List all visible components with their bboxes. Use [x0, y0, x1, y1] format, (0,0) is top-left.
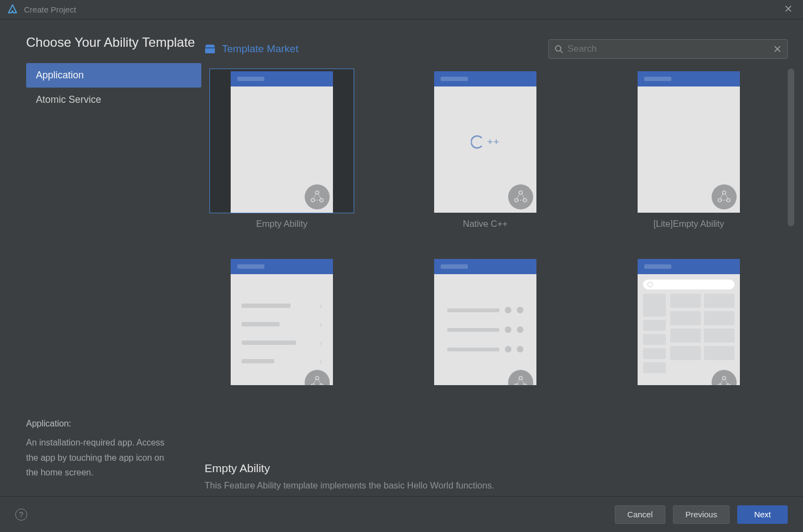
template-thumbnail: ++ — [413, 69, 558, 213]
template-search-grid[interactable] — [611, 249, 766, 393]
template-thumbnail: › › › › — [209, 249, 354, 393]
template-market-link[interactable]: Template Market — [205, 43, 298, 55]
svg-point-11 — [718, 199, 721, 202]
next-label: Next — [754, 510, 771, 519]
cancel-button[interactable]: Cancel — [615, 505, 665, 524]
distributed-badge-icon — [508, 184, 533, 209]
title-bar: Create Project — [0, 0, 803, 20]
selected-template-description: This Feature Ability template implements… — [205, 480, 781, 491]
template-label: Empty Ability — [256, 219, 307, 229]
search-input[interactable] — [567, 44, 773, 54]
svg-rect-1 — [205, 47, 215, 48]
selection-description: Empty Ability This Feature Ability templ… — [201, 451, 803, 496]
template-native-cpp[interactable]: ++ Native C++ — [408, 69, 563, 229]
category-desc-title: Application: — [26, 419, 201, 429]
search-box[interactable] — [548, 39, 788, 59]
sidebar: Choose Your Ability Template Application… — [0, 20, 201, 496]
svg-point-14 — [311, 384, 314, 385]
svg-point-2 — [555, 46, 561, 51]
cpp-icon: ++ — [471, 135, 499, 149]
page-heading: Choose Your Ability Template — [26, 35, 201, 50]
template-thumbnail — [413, 249, 558, 393]
svg-point-15 — [320, 384, 323, 385]
svg-line-3 — [560, 51, 563, 53]
main-panel: Template Market — [201, 20, 803, 496]
svg-point-5 — [311, 199, 314, 202]
template-thumbnail — [616, 69, 761, 213]
template-label: Native C++ — [463, 219, 508, 229]
svg-point-21 — [727, 384, 730, 385]
clear-search-icon[interactable] — [773, 45, 782, 54]
scrollbar-thumb[interactable] — [788, 69, 794, 226]
category-desc-body: An installation-required app. Access the… — [26, 435, 201, 480]
search-icon — [554, 45, 563, 53]
svg-point-17 — [515, 384, 518, 385]
category-label: Atomic Service — [36, 94, 101, 105]
svg-point-18 — [523, 384, 527, 385]
previous-button[interactable]: Previous — [673, 505, 730, 524]
svg-point-8 — [515, 199, 518, 202]
market-icon — [205, 44, 215, 54]
svg-point-12 — [727, 199, 730, 202]
scrollbar[interactable] — [788, 69, 794, 451]
distributed-badge-icon — [305, 184, 330, 209]
footer: ? Cancel Previous Next — [0, 496, 803, 532]
distributed-badge-icon — [712, 184, 737, 209]
close-icon[interactable] — [780, 3, 796, 17]
template-thumbnail — [209, 69, 354, 213]
category-label: Application — [36, 70, 84, 81]
template-lite-empty-ability[interactable]: [Lite]Empty Ability — [611, 69, 766, 229]
app-logo-icon — [7, 4, 18, 16]
svg-point-6 — [320, 199, 323, 202]
selected-template-title: Empty Ability — [205, 462, 781, 475]
previous-label: Previous — [685, 510, 717, 519]
category-atomic-service[interactable]: Atomic Service — [26, 88, 201, 112]
category-application[interactable]: Application — [26, 63, 201, 88]
template-grid: Empty Ability ++ — [201, 69, 788, 451]
cancel-label: Cancel — [627, 510, 653, 519]
template-category[interactable] — [408, 249, 563, 393]
window-title: Create Project — [24, 5, 780, 14]
svg-point-20 — [718, 384, 721, 385]
template-market-label: Template Market — [222, 43, 298, 55]
help-icon[interactable]: ? — [15, 509, 27, 521]
template-empty-ability[interactable]: Empty Ability — [205, 69, 359, 229]
template-thumbnail — [616, 249, 761, 393]
next-button[interactable]: Next — [737, 505, 788, 524]
template-label: [Lite]Empty Ability — [653, 219, 724, 229]
svg-point-9 — [523, 199, 527, 202]
template-list[interactable]: › › › › — [205, 249, 359, 393]
